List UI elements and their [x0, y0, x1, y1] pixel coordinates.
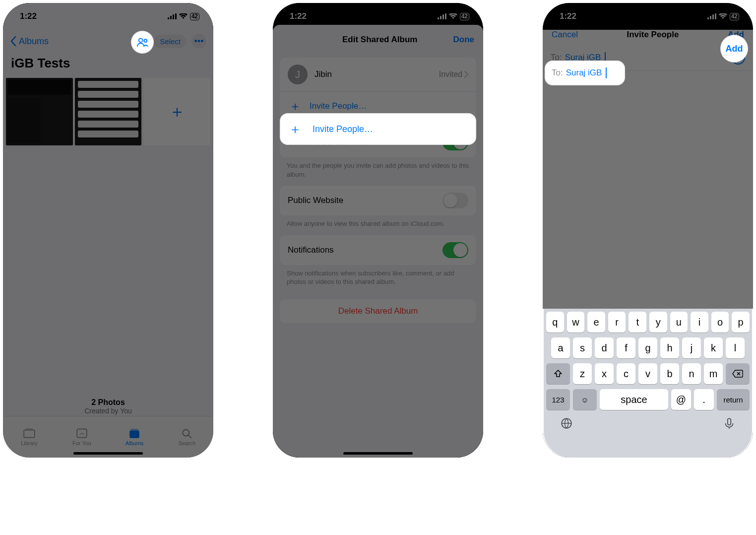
photo-thumbnail[interactable]	[75, 78, 142, 145]
key-e[interactable]: e	[587, 312, 605, 333]
screen-2-edit-shared: 1:22 42 Edit Shared Album Done J Jibin I…	[273, 3, 483, 458]
home-indicator[interactable]	[343, 452, 413, 455]
wifi-icon	[449, 13, 457, 19]
key-m[interactable]: m	[704, 363, 723, 384]
key-z[interactable]: z	[573, 363, 592, 384]
library-icon	[23, 428, 36, 439]
member-row[interactable]: J Jibin Invited	[280, 58, 476, 91]
svg-rect-9	[129, 431, 139, 438]
created-by: Created by You	[3, 407, 213, 415]
plus-icon: ＋	[289, 121, 302, 138]
highlight-add-button: Add	[721, 36, 747, 62]
emoji-key[interactable]: ☺	[573, 389, 597, 410]
key-l[interactable]: l	[726, 337, 745, 358]
public-website-row[interactable]: Public Website	[280, 186, 476, 215]
edit-sheet: Edit Shared Album Done J Jibin Invited ＋…	[273, 25, 483, 458]
notifications-row[interactable]: Notifications	[280, 235, 476, 265]
status-bar: 1:22 42	[3, 3, 213, 30]
key-k[interactable]: k	[704, 337, 723, 358]
key-d[interactable]: d	[595, 337, 614, 358]
key-y[interactable]: y	[649, 312, 667, 333]
key-g[interactable]: g	[638, 337, 657, 358]
cellular-icon	[707, 13, 716, 19]
dictation-key[interactable]	[723, 417, 736, 432]
key-p[interactable]: p	[732, 312, 750, 333]
key-f[interactable]: f	[617, 337, 635, 358]
key-s[interactable]: s	[573, 337, 592, 358]
chevron-right-icon	[464, 71, 468, 78]
tab-search[interactable]: Search	[161, 416, 213, 458]
svg-rect-19	[710, 16, 711, 19]
backspace-key[interactable]	[726, 363, 750, 384]
svg-point-13	[144, 39, 147, 42]
notifications-desc: Show notifications when subscribers like…	[273, 265, 483, 286]
svg-point-11	[183, 429, 189, 436]
back-button[interactable]: Albums	[10, 36, 49, 47]
at-key[interactable]: @	[671, 389, 691, 410]
svg-rect-17	[445, 13, 446, 19]
dot-key[interactable]: .	[694, 389, 714, 410]
key-r[interactable]: r	[608, 312, 626, 333]
people-icon	[137, 37, 148, 47]
tab-bar: Library For You Albums Search	[3, 416, 213, 458]
tab-albums[interactable]: Albums	[108, 416, 161, 458]
key-w[interactable]: w	[567, 312, 585, 333]
cellular-icon	[168, 13, 177, 19]
public-website-toggle[interactable]	[442, 193, 468, 208]
cancel-button[interactable]: Cancel	[552, 30, 578, 40]
key-v[interactable]: v	[638, 363, 657, 384]
tab-library[interactable]: Library	[3, 416, 56, 458]
tab-for-you[interactable]: For You	[56, 416, 108, 458]
screen-1-album: 1:22 42 Albums Select ••• iGB Tests	[3, 3, 213, 458]
avatar: J	[288, 65, 308, 84]
return-key[interactable]: return	[717, 389, 750, 410]
notifications-toggle[interactable]	[442, 242, 468, 258]
keyboard[interactable]: qwertyuiop asdfghjkl zxcvbnm 123 ☺ space…	[544, 309, 752, 458]
key-b[interactable]: b	[660, 363, 679, 384]
contact-token[interactable]: Suraj iGB	[565, 53, 601, 63]
key-a[interactable]: a	[551, 337, 570, 358]
key-n[interactable]: n	[682, 363, 701, 384]
shift-key[interactable]	[546, 363, 570, 384]
key-o[interactable]: o	[711, 312, 729, 333]
subscribers-desc: You and the people you invite can add ph…	[273, 157, 483, 179]
key-u[interactable]: u	[670, 312, 688, 333]
key-j[interactable]: j	[682, 337, 701, 358]
highlight-people-button	[132, 32, 153, 53]
numbers-key[interactable]: 123	[546, 389, 570, 410]
home-indicator[interactable]	[73, 452, 143, 455]
key-c[interactable]: c	[617, 363, 635, 384]
sheet-title: Invite People	[627, 30, 679, 40]
status-icons: 42	[168, 13, 199, 20]
album-title: iGB Tests	[3, 51, 213, 76]
foryou-icon	[75, 428, 88, 439]
photo-thumbnail[interactable]	[6, 78, 73, 145]
globe-key[interactable]	[560, 417, 573, 432]
backspace-icon	[732, 370, 743, 378]
svg-point-12	[138, 38, 142, 42]
status-bar: 1:22 42	[273, 3, 483, 30]
select-button[interactable]: Select	[154, 35, 187, 48]
status-time: 1:22	[290, 11, 307, 21]
albums-icon	[128, 428, 141, 439]
key-q[interactable]: q	[546, 312, 564, 333]
svg-rect-3	[175, 13, 177, 19]
svg-rect-1	[170, 16, 172, 19]
key-t[interactable]: t	[629, 312, 646, 333]
space-key[interactable]: space	[600, 389, 668, 410]
status-time: 1:22	[20, 11, 37, 21]
emoji-icon: ☺	[581, 396, 588, 404]
key-h[interactable]: h	[660, 337, 679, 358]
key-i[interactable]: i	[691, 312, 708, 333]
ellipsis-icon: •••	[194, 36, 204, 47]
done-button[interactable]: Done	[453, 35, 475, 45]
wifi-icon	[179, 13, 188, 19]
public-website-desc: Allow anyone to view this shared album o…	[273, 215, 483, 228]
delete-shared-album-button[interactable]: Delete Shared Album	[280, 299, 476, 323]
more-button[interactable]: •••	[191, 34, 206, 49]
add-photo-button[interactable]: ＋	[143, 78, 210, 145]
svg-rect-2	[173, 14, 174, 19]
key-x[interactable]: x	[595, 363, 614, 384]
svg-rect-18	[707, 17, 709, 19]
svg-rect-20	[712, 14, 714, 19]
